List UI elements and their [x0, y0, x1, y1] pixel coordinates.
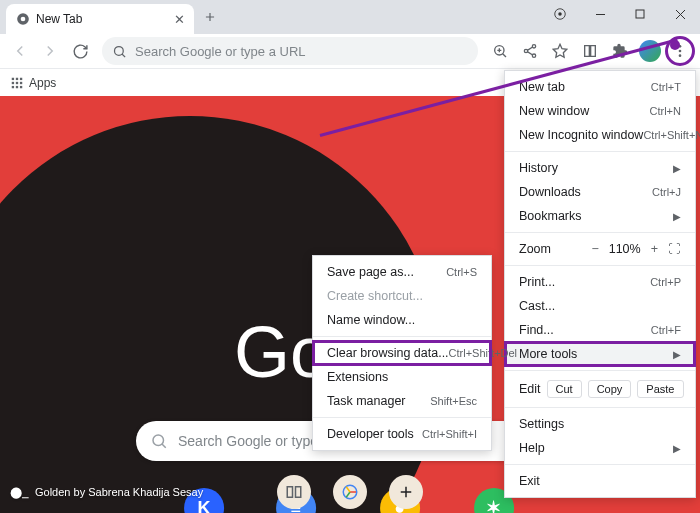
svg-rect-13 — [12, 78, 14, 80]
zoom-icon[interactable] — [486, 37, 514, 65]
svg-rect-21 — [20, 86, 22, 88]
svg-point-11 — [679, 50, 682, 53]
search-icon — [112, 44, 127, 59]
tab-close-icon[interactable]: ✕ — [172, 12, 186, 26]
tab-title: New Tab — [36, 12, 166, 26]
submenu-name-window[interactable]: Name window... — [313, 308, 491, 332]
tab-favicon — [16, 12, 30, 26]
menu-exit[interactable]: Exit — [505, 469, 695, 493]
menu-settings[interactable]: Settings — [505, 412, 695, 436]
zoom-value: 110% — [609, 242, 641, 256]
menu-find[interactable]: Find...Ctrl+F — [505, 318, 695, 342]
toolbar: Search Google or type a URL — [0, 34, 700, 69]
browser-tab[interactable]: New Tab ✕ — [6, 4, 194, 34]
minimize-button[interactable] — [580, 0, 620, 28]
menu-more-tools[interactable]: More tools▶ — [505, 342, 695, 366]
svg-rect-4 — [636, 10, 644, 18]
menu-history[interactable]: History▶ — [505, 156, 695, 180]
apps-label: Apps — [29, 76, 56, 90]
menu-edit: Edit Cut Copy Paste — [505, 375, 695, 403]
menu-help[interactable]: Help▶ — [505, 436, 695, 460]
submenu-task-manager[interactable]: Task managerShift+Esc — [313, 389, 491, 413]
apps-grid-icon — [10, 76, 24, 90]
svg-point-1 — [21, 17, 26, 22]
edit-cut[interactable]: Cut — [547, 380, 582, 398]
chrome-menu: New tabCtrl+T New windowCtrl+N New Incog… — [504, 70, 696, 498]
submenu-save-page[interactable]: Save page as...Ctrl+S — [313, 260, 491, 284]
menu-bookmarks[interactable]: Bookmarks▶ — [505, 204, 695, 228]
account-indicator-icon[interactable] — [540, 0, 580, 28]
svg-point-22 — [153, 435, 164, 446]
svg-rect-14 — [16, 78, 18, 80]
link-icon: ⬤⎯ — [10, 486, 29, 499]
share-icon[interactable] — [516, 37, 544, 65]
svg-point-5 — [115, 46, 124, 55]
menu-print[interactable]: Print...Ctrl+P — [505, 270, 695, 294]
zoom-out-button[interactable]: − — [591, 242, 598, 256]
google-search-shortcut[interactable] — [333, 475, 367, 509]
svg-point-3 — [558, 12, 562, 16]
menu-downloads[interactable]: DownloadsCtrl+J — [505, 180, 695, 204]
submenu-create-shortcut: Create shortcut... — [313, 284, 491, 308]
annotation-dot — [670, 40, 680, 50]
search-icon — [150, 432, 168, 450]
back-button[interactable] — [6, 37, 34, 65]
titlebar: New Tab ✕ — [0, 0, 700, 34]
menu-new-window[interactable]: New windowCtrl+N — [505, 99, 695, 123]
forward-button[interactable] — [36, 37, 64, 65]
star-bookmark-icon[interactable] — [546, 37, 574, 65]
svg-rect-20 — [16, 86, 18, 88]
reading-icon[interactable] — [277, 475, 311, 509]
fullscreen-icon[interactable]: ⛶ — [668, 242, 681, 256]
apps-shortcut[interactable]: Apps — [6, 73, 60, 93]
menu-incognito[interactable]: New Incognito windowCtrl+Shift+N — [505, 123, 695, 147]
new-tab-button[interactable] — [196, 3, 224, 31]
zoom-in-button[interactable]: + — [651, 242, 658, 256]
svg-rect-15 — [20, 78, 22, 80]
theme-credit[interactable]: ⬤⎯ Golden by Sabrena Khadija Sesay — [10, 486, 203, 499]
svg-rect-17 — [16, 82, 18, 84]
maximize-button[interactable] — [620, 0, 660, 28]
window-controls — [540, 0, 700, 28]
svg-rect-18 — [20, 82, 22, 84]
more-tools-submenu: Save page as...Ctrl+S Create shortcut...… — [312, 255, 492, 451]
address-bar-placeholder: Search Google or type a URL — [135, 44, 306, 59]
submenu-developer-tools[interactable]: Developer toolsCtrl+Shift+I — [313, 422, 491, 446]
edit-copy[interactable]: Copy — [588, 380, 632, 398]
add-shortcut-button[interactable] — [389, 475, 423, 509]
submenu-clear-browsing-data[interactable]: Clear browsing data...Ctrl+Shift+Del — [313, 341, 491, 365]
svg-point-12 — [679, 54, 682, 57]
submenu-extensions[interactable]: Extensions — [313, 365, 491, 389]
close-button[interactable] — [660, 0, 700, 28]
address-bar[interactable]: Search Google or type a URL — [102, 37, 478, 65]
chrome-window: New Tab ✕ Search Google or type a URL — [0, 0, 700, 513]
svg-rect-16 — [12, 82, 14, 84]
menu-cast[interactable]: Cast... — [505, 294, 695, 318]
reload-button[interactable] — [66, 37, 94, 65]
svg-rect-19 — [12, 86, 14, 88]
menu-zoom: Zoom − 110% + ⛶ — [505, 237, 695, 261]
edit-paste[interactable]: Paste — [637, 380, 683, 398]
